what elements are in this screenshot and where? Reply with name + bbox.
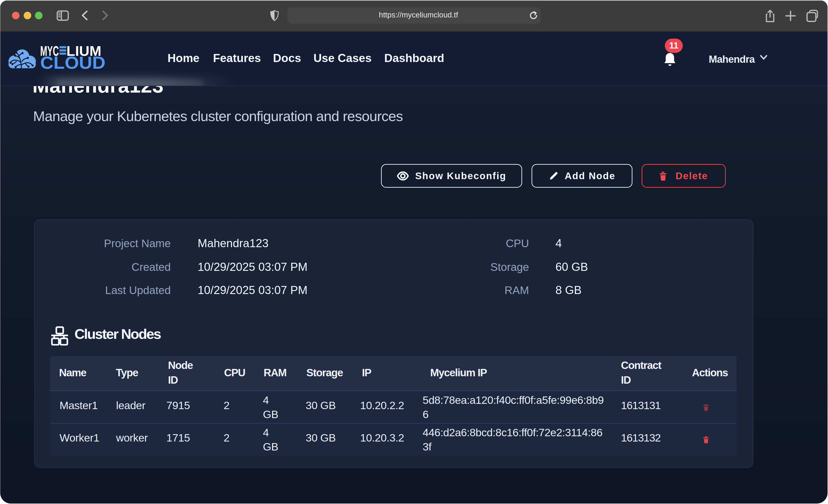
svg-text:CLOUD: CLOUD (40, 53, 106, 72)
